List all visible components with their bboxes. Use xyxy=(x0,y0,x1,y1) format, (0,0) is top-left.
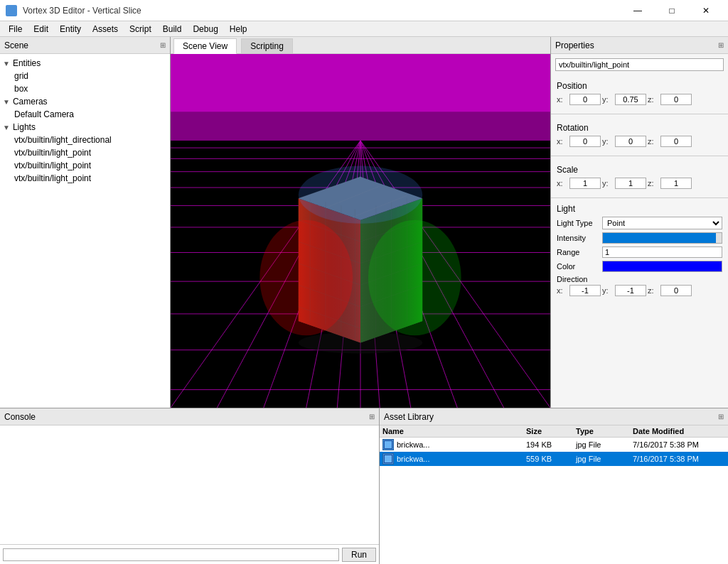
entity-grid[interactable]: grid xyxy=(0,70,170,82)
col-name: Name xyxy=(382,427,526,435)
viewport xyxy=(171,54,550,408)
rot-y-label: y: xyxy=(602,137,614,146)
range-label: Range xyxy=(557,248,599,256)
dir-z-input[interactable] xyxy=(660,285,692,296)
light-type-row: Light Type Point Directional Spot xyxy=(557,217,722,229)
cameras-group[interactable]: ▼ Cameras xyxy=(0,95,170,108)
properties-panel: Properties ⊞ Position x: y: z: xyxy=(550,37,728,408)
dir-y-label: y: xyxy=(602,286,614,295)
console-panel-icon[interactable]: ⊞ xyxy=(369,413,375,421)
entities-group[interactable]: ▼ Entities xyxy=(0,57,170,70)
scene-panel-icon[interactable]: ⊞ xyxy=(160,41,166,49)
asset-icon-1 xyxy=(382,453,394,465)
asset-row-1[interactable]: brickwa... 559 KB jpg File 7/16/2017 5:3… xyxy=(380,452,728,466)
tab-scripting[interactable]: Scripting xyxy=(241,38,293,53)
asset-row-0[interactable]: brickwa... 194 KB jpg File 7/16/2017 5:3… xyxy=(380,438,728,452)
asset-table-header: Name Size Type Date Modified xyxy=(380,425,728,438)
console-input[interactable] xyxy=(3,548,339,561)
entities-label: Entities xyxy=(13,58,41,68)
light-point-2[interactable]: vtx/builtin/light_point xyxy=(0,159,170,172)
svg-point-53 xyxy=(299,166,422,224)
prop-path-section xyxy=(555,58,724,71)
scale-x-label: x: xyxy=(557,179,568,188)
asset-size-0: 194 KB xyxy=(526,440,576,449)
scale-x-input[interactable] xyxy=(569,178,601,189)
scene-panel-title: Scene xyxy=(4,40,28,50)
asset-size-1: 559 KB xyxy=(526,455,576,463)
bottom-panels: Console ⊞ Run Asset Library ⊞ Name Size … xyxy=(0,408,728,564)
prop-path-input[interactable] xyxy=(555,58,724,71)
close-button[interactable]: ✕ xyxy=(690,0,722,21)
intensity-bar[interactable] xyxy=(602,232,722,244)
menu-entity[interactable]: Entity xyxy=(54,23,87,36)
light-type-select[interactable]: Point Directional Spot xyxy=(602,217,722,229)
tab-scene-view[interactable]: Scene View xyxy=(173,38,237,54)
color-label: Color xyxy=(557,262,599,271)
center-area: Scene View Scripting xyxy=(171,37,550,408)
minimize-button[interactable]: — xyxy=(621,0,654,21)
light-directional[interactable]: vtx/builtin/light_directional xyxy=(0,134,170,146)
console-panel-header: Console ⊞ xyxy=(0,408,379,425)
title-bar-controls: — □ ✕ xyxy=(621,0,722,21)
menu-edit[interactable]: Edit xyxy=(28,23,54,36)
pos-z-input[interactable] xyxy=(660,94,692,105)
col-type: Type xyxy=(576,427,633,435)
rot-z-label: z: xyxy=(648,137,659,146)
position-label: Position xyxy=(557,81,722,91)
cameras-arrow: ▼ xyxy=(3,98,10,106)
cameras-label: Cameras xyxy=(13,97,48,107)
color-swatch[interactable] xyxy=(602,261,722,272)
maximize-button[interactable]: □ xyxy=(655,0,688,21)
app-icon xyxy=(6,5,17,16)
position-section: Position x: y: z: xyxy=(551,75,728,111)
menu-debug[interactable]: Debug xyxy=(187,23,223,36)
scene-panel: Scene ⊞ ▼ Entities grid box ▼ Cameras xyxy=(0,37,171,408)
pos-z-label: z: xyxy=(648,95,659,104)
scale-section: Scale x: y: z: xyxy=(551,159,728,195)
lights-group[interactable]: ▼ Lights xyxy=(0,121,170,134)
dir-x-input[interactable] xyxy=(569,285,601,296)
col-date: Date Modified xyxy=(633,427,725,435)
menu-file[interactable]: File xyxy=(3,23,28,36)
scale-z-input[interactable] xyxy=(660,178,692,189)
asset-panel-icon[interactable]: ⊞ xyxy=(718,413,724,421)
direction-label: Direction xyxy=(557,275,722,283)
lights-arrow: ▼ xyxy=(3,124,10,131)
pos-y-label: y: xyxy=(602,95,614,104)
lights-label: Lights xyxy=(13,122,36,132)
asset-type-1: jpg File xyxy=(576,455,633,463)
rot-x-input[interactable] xyxy=(569,136,601,147)
asset-date-0: 7/16/2017 5:38 PM xyxy=(633,440,725,449)
pos-x-input[interactable] xyxy=(569,94,601,105)
scale-y-input[interactable] xyxy=(615,178,646,189)
scene-panel-header: Scene ⊞ xyxy=(0,37,170,54)
asset-name-1: brickwa... xyxy=(397,455,526,463)
menu-script[interactable]: Script xyxy=(124,23,157,36)
light-point-3[interactable]: vtx/builtin/light_point xyxy=(0,172,170,185)
run-button[interactable]: Run xyxy=(342,548,376,562)
menu-help[interactable]: Help xyxy=(224,23,253,36)
pos-y-input[interactable] xyxy=(615,94,646,105)
entity-box[interactable]: box xyxy=(0,82,170,95)
scale-row: x: y: z: xyxy=(557,178,722,189)
rot-y-input[interactable] xyxy=(615,136,646,147)
light-type-label: Light Type xyxy=(557,219,599,227)
properties-panel-header: Properties ⊞ xyxy=(551,37,728,54)
console-content xyxy=(0,425,379,544)
top-panels: Scene ⊞ ▼ Entities grid box ▼ Cameras xyxy=(0,37,728,408)
properties-panel-icon[interactable]: ⊞ xyxy=(718,41,724,49)
col-size: Size xyxy=(526,427,576,435)
range-input[interactable] xyxy=(602,246,722,258)
light-point-1[interactable]: vtx/builtin/light_point xyxy=(0,146,170,159)
asset-table: Name Size Type Date Modified brickwa... … xyxy=(380,425,728,564)
dir-y-input[interactable] xyxy=(615,285,646,296)
menu-build[interactable]: Build xyxy=(157,23,188,36)
console-panel-title: Console xyxy=(4,412,36,422)
light-section: Light Light Type Point Directional Spot … xyxy=(551,201,728,302)
rot-z-input[interactable] xyxy=(660,136,692,147)
asset-icon-0 xyxy=(382,439,394,450)
intensity-bar-fill xyxy=(603,233,716,243)
camera-default[interactable]: Default Camera xyxy=(0,108,170,121)
menu-assets[interactable]: Assets xyxy=(87,23,124,36)
intensity-label: Intensity xyxy=(557,234,599,242)
